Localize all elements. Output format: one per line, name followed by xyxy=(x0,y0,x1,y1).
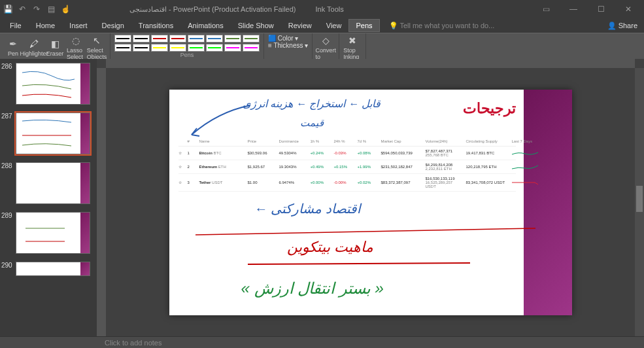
scrollbar-thumb[interactable] xyxy=(636,186,643,212)
pen-preset[interactable] xyxy=(188,44,205,52)
slide-canvas[interactable]: ترجیحات قابل ← استخراج ← هزینه انرژی قیم… xyxy=(106,68,635,336)
thumb-number: 289 xyxy=(1,212,16,219)
ribbon-tabs: File Home Insert Design Transitions Anim… xyxy=(0,18,644,33)
vertical-scrollbar[interactable] xyxy=(635,68,644,336)
pen-preset[interactable] xyxy=(188,35,205,43)
thumb-number: 286 xyxy=(1,63,16,70)
title-bar: 💾 ↶ ↷ ▤ ☝ اقتصادسنجی - PowerPoint (Produ… xyxy=(0,0,644,18)
highlighter-button[interactable]: 🖍Highlighter xyxy=(25,38,43,57)
ribbon-group-inkart: ◇Convert to Shapes Ink Art xyxy=(313,33,339,59)
ribbon: ✒Pen 🖍Highlighter ◧Eraser ◌Lasso Select … xyxy=(0,33,644,59)
tab-design[interactable]: Design xyxy=(95,19,131,32)
thumb-number: 287 xyxy=(1,113,16,120)
thumb-number: 288 xyxy=(1,162,16,169)
cursor-icon: ↖ xyxy=(90,35,103,46)
pen-preset[interactable] xyxy=(243,35,260,43)
convert-icon: ◇ xyxy=(319,35,332,46)
thickness-dropdown[interactable]: ≡ Thickness ▾ xyxy=(268,42,308,49)
tab-animations[interactable]: Animations xyxy=(180,19,230,32)
slide-thumbnail[interactable] xyxy=(16,212,90,254)
pen-preset[interactable] xyxy=(151,44,168,52)
highlighter-icon: 🖍 xyxy=(27,38,41,50)
ribbon-group-pens: Pens xyxy=(110,33,264,59)
pen-preset[interactable] xyxy=(169,35,186,43)
tab-home[interactable]: Home xyxy=(29,19,62,32)
tell-me-input[interactable]: 💡 Tell me what you want to do... xyxy=(389,22,495,30)
document-title: اقتصادسنجی - PowerPoint (Product Activat… xyxy=(129,5,296,14)
tab-insert[interactable]: Insert xyxy=(62,19,95,32)
pen-preset[interactable] xyxy=(114,44,131,52)
pen-preset[interactable] xyxy=(133,35,150,43)
tab-file[interactable]: File xyxy=(3,19,29,32)
save-icon[interactable]: 💾 xyxy=(3,4,13,14)
minimize-icon[interactable]: — xyxy=(560,3,586,16)
slide-thumbnail[interactable] xyxy=(16,63,90,105)
pen-preset[interactable] xyxy=(114,35,131,43)
ink-line xyxy=(195,227,542,239)
stop-icon: ✖ xyxy=(346,35,359,46)
ink-annotation-green: « بستر انتقال ارزش » xyxy=(241,279,384,298)
pen-preset[interactable] xyxy=(206,35,223,43)
ink-line xyxy=(248,261,477,268)
notes-pane[interactable]: Click to add notes xyxy=(0,336,644,348)
tab-slideshow[interactable]: Slide Show xyxy=(231,19,281,32)
ruler-horizontal xyxy=(106,59,635,68)
redo-icon[interactable]: ↷ xyxy=(31,4,42,14)
table-row: ☆1Bitcoin BTC$30,593.0649.5304%+0.24%-0.… xyxy=(178,147,516,160)
ruler-vertical xyxy=(97,68,106,336)
slide-accent-band xyxy=(524,90,572,315)
sparkline-icon xyxy=(512,163,538,171)
tab-review[interactable]: Review xyxy=(281,19,319,32)
workspace: 286 287 288 289 290 ترجیحات قابل ← استخر… xyxy=(0,59,644,336)
tab-pens[interactable]: Pens xyxy=(348,19,379,32)
pen-preset[interactable] xyxy=(133,44,150,52)
table-row: ☆2Ethereum ETH$1,925.6719.3043%+0.49%+0.… xyxy=(178,160,516,174)
pen-preset[interactable] xyxy=(224,35,241,43)
slide-area: ترجیحات قابل ← استخراج ← هزینه انرژی قیم… xyxy=(97,59,644,336)
pen-preset[interactable] xyxy=(169,44,186,52)
eraser-button[interactable]: ◧Eraser xyxy=(46,38,64,57)
pen-preset[interactable] xyxy=(224,44,241,52)
ribbon-group-options: 🟦 Color ▾ ≡ Thickness ▾ xyxy=(264,33,313,59)
start-icon[interactable]: ▤ xyxy=(46,4,56,14)
contextual-tab-label: Ink Tools xyxy=(315,5,343,13)
pen-preset[interactable] xyxy=(243,44,260,52)
touch-icon[interactable]: ☝ xyxy=(60,4,71,14)
maximize-icon[interactable]: ☐ xyxy=(588,3,614,16)
lasso-button[interactable]: ◌Lasso Select xyxy=(67,35,85,60)
slide-thumbnail[interactable] xyxy=(16,262,90,276)
crypto-table: #NamePriceDominance1h %24h %7d %Market C… xyxy=(178,137,516,192)
close-icon[interactable]: ✕ xyxy=(615,3,641,16)
thumbnail-panel[interactable]: 286 287 288 289 290 xyxy=(0,59,97,336)
pen-preset[interactable] xyxy=(151,35,168,43)
pen-icon: ✒ xyxy=(7,38,20,50)
slide-heading: ترجیحات xyxy=(463,100,516,117)
slide: ترجیحات قابل ← استخراج ← هزینه انرژی قیم… xyxy=(169,90,572,315)
tab-transitions[interactable]: Transitions xyxy=(131,19,180,32)
ink-annotation-blue: قیمت xyxy=(300,117,324,129)
sparkline-icon xyxy=(512,149,538,157)
tab-view[interactable]: View xyxy=(319,19,349,32)
eraser-icon: ◧ xyxy=(48,38,61,50)
undo-icon[interactable]: ↶ xyxy=(17,4,27,14)
slide-thumbnail[interactable] xyxy=(16,162,90,204)
window-controls: ▭ — ☐ ✕ xyxy=(533,3,641,16)
share-button[interactable]: 👤 Share xyxy=(601,20,644,31)
quick-access: 💾 ↶ ↷ ▤ ☝ xyxy=(3,4,71,14)
slide-thumbnail[interactable] xyxy=(16,113,90,154)
ink-annotation-blue: قابل ← استخراج ← هزینه انرژی xyxy=(182,97,441,110)
ink-annotation-blue: ← اقتصاد مشارکتی xyxy=(254,201,361,217)
group-label-pens: Pens xyxy=(114,52,260,58)
ribbon-options-icon[interactable]: ▭ xyxy=(533,3,559,16)
color-dropdown[interactable]: 🟦 Color ▾ xyxy=(268,35,308,42)
stop-inking-button[interactable]: ✖Stop Inking xyxy=(343,35,362,60)
table-header: #NamePriceDominance1h %24h %7d %Market C… xyxy=(178,137,516,147)
thumb-number: 290 xyxy=(1,262,16,269)
table-row: ☆3Tether USDT$1.006.9474%+0.00%-0.00%+0.… xyxy=(178,174,516,192)
select-objects-button[interactable]: ↖Select Objects xyxy=(88,35,106,60)
ribbon-group-close: ✖Stop Inking Close xyxy=(339,33,366,59)
ribbon-group-write: ✒Pen 🖍Highlighter ◧Eraser ◌Lasso Select … xyxy=(0,33,110,59)
pen-preset[interactable] xyxy=(206,44,223,52)
lasso-icon: ◌ xyxy=(69,35,82,46)
sparkline-icon xyxy=(512,179,538,186)
